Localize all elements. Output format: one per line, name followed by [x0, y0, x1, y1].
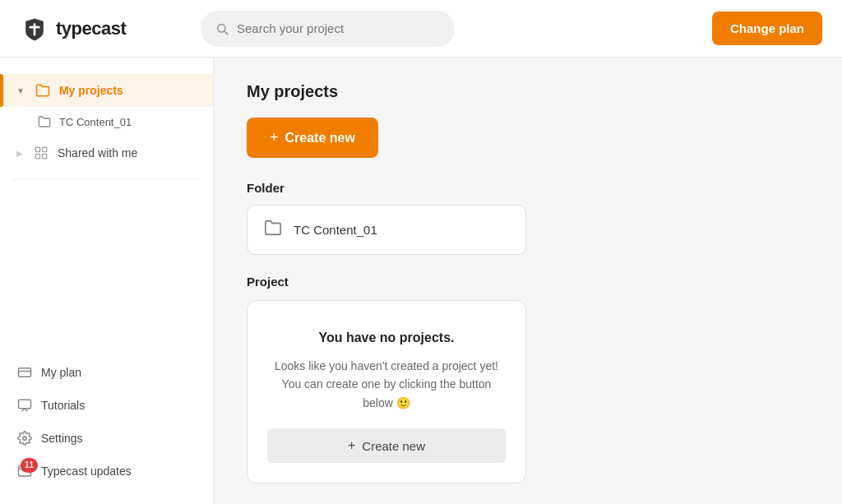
mail-icon: 11 — [16, 463, 33, 479]
sidebar-item-my-plan[interactable]: My plan — [0, 356, 213, 389]
empty-create-new-button[interactable]: + Create new — [267, 428, 506, 463]
shared-icon — [33, 145, 49, 161]
logo-text: typecast — [56, 18, 126, 39]
create-new-button[interactable]: + Create new — [247, 118, 378, 158]
body-layout: ▼ My projects TC Content_01 — [0, 58, 842, 504]
sidebar-tc-content-label: TC Content_01 — [59, 116, 132, 128]
logo-area: typecast — [20, 14, 184, 44]
sidebar-updates-label: Typecast updates — [41, 465, 132, 478]
sidebar-item-shared-with-me[interactable]: ▶ Shared with me — [0, 136, 213, 169]
plus-icon-small: + — [348, 438, 355, 453]
svg-rect-2 — [35, 147, 39, 151]
plus-icon: + — [270, 129, 279, 146]
folder-item-icon — [264, 219, 282, 241]
svg-line-1 — [224, 31, 228, 35]
sidebar-item-settings[interactable]: Settings — [0, 422, 213, 455]
empty-description: Looks like you haven't created a project… — [267, 357, 506, 412]
header: typecast Change plan — [0, 0, 842, 58]
sidebar-divider — [13, 179, 200, 180]
sidebar-my-plan-label: My plan — [41, 366, 81, 379]
chevron-right-icon: ▶ — [16, 149, 23, 158]
page-title: My projects — [247, 82, 809, 101]
sidebar-item-my-projects-label: My projects — [59, 84, 123, 97]
main-content: My projects + Create new Folder TC Conte… — [214, 58, 842, 504]
empty-projects-card: You have no projects. Looks like you hav… — [247, 300, 526, 483]
search-input[interactable] — [237, 21, 440, 35]
chevron-down-icon: ▼ — [16, 86, 25, 95]
folder-item-tc-content[interactable]: TC Content_01 — [247, 205, 526, 255]
logo-icon — [20, 14, 49, 44]
change-plan-button[interactable]: Change plan — [712, 12, 822, 45]
sidebar-item-typecast-updates[interactable]: 11 Typecast updates — [0, 455, 213, 488]
search-bar[interactable] — [201, 11, 455, 47]
empty-title: You have no projects. — [267, 331, 506, 345]
sidebar-bottom-section: My plan Tutorials — [0, 353, 213, 491]
svg-rect-5 — [35, 155, 39, 159]
tutorials-icon — [16, 397, 33, 414]
folder-item-name: TC Content_01 — [294, 223, 377, 237]
updates-badge: 11 — [21, 458, 38, 473]
svg-rect-4 — [43, 155, 47, 159]
folder-open-icon — [35, 82, 51, 99]
folder-section-label: Folder — [247, 181, 809, 195]
sidebar-tutorials-label: Tutorials — [41, 399, 85, 412]
sidebar-shared-label: Shared with me — [58, 146, 137, 160]
svg-rect-3 — [43, 147, 47, 151]
project-section-label: Project — [247, 275, 809, 289]
plan-icon — [16, 364, 33, 381]
sidebar-item-my-projects[interactable]: ▼ My projects — [0, 74, 213, 107]
svg-rect-8 — [19, 400, 31, 409]
svg-rect-6 — [19, 368, 31, 377]
sidebar-settings-label: Settings — [41, 432, 83, 445]
settings-icon — [16, 430, 33, 446]
sidebar-projects-section: ▼ My projects TC Content_01 — [0, 71, 213, 173]
search-icon — [215, 22, 229, 35]
sidebar-item-tc-content[interactable]: TC Content_01 — [0, 107, 213, 136]
folder-icon — [36, 113, 53, 130]
sidebar-item-tutorials[interactable]: Tutorials — [0, 389, 213, 422]
svg-point-9 — [23, 437, 27, 441]
sidebar: ▼ My projects TC Content_01 — [0, 58, 214, 504]
